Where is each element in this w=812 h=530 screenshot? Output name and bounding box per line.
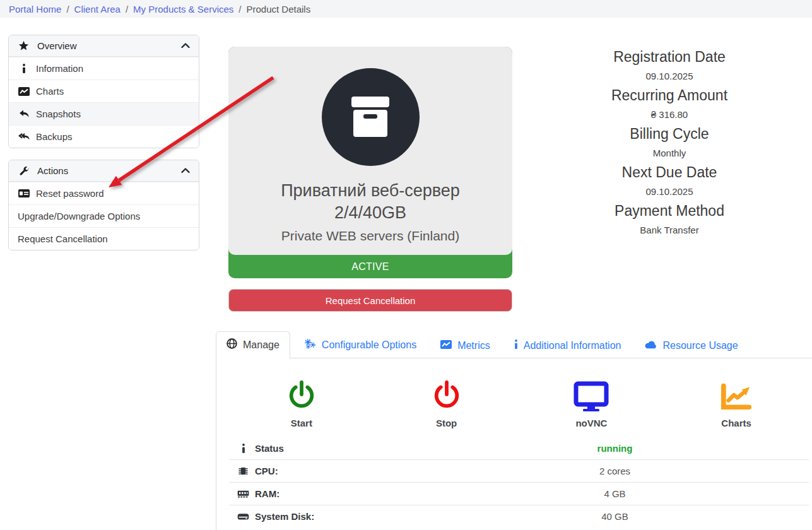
sidebar-item-label: Request Cancellation [18, 233, 108, 244]
actions-panel: Actions Reset password Upgrade/Downgrade… [8, 160, 199, 250]
detail-label: Billing Cycle [524, 124, 812, 144]
table-row-cpu: CPU: 2 cores [229, 459, 809, 482]
row-label: System Disk: [255, 511, 314, 522]
breadcrumb-link-portal-home[interactable]: Portal Home [9, 4, 61, 15]
disk-value: 40 GB [421, 511, 809, 522]
info-icon [18, 64, 30, 73]
sidebar-item-label: Charts [36, 86, 64, 97]
power-icon [287, 377, 316, 411]
cloud-icon [645, 340, 657, 351]
sidebar-item-upgrade-downgrade[interactable]: Upgrade/Downgrade Options [9, 204, 199, 227]
detail-value: ₴ 316.80 [524, 106, 812, 124]
vm-action-label: noVNC [575, 418, 607, 428]
tab-additional-information[interactable]: Additional Information [504, 333, 632, 358]
vm-status-table: Status running CPU: 2 cores RAM: 4 GB [229, 437, 809, 527]
sidebar-item-backups[interactable]: Backups [9, 125, 199, 148]
chart-line-icon [719, 377, 753, 411]
detail-label: Payment Method [524, 201, 812, 221]
table-row-ram: RAM: 4 GB [229, 482, 809, 505]
vm-action-charts[interactable]: Charts [664, 377, 809, 428]
detail-label: Next Due Date [524, 162, 812, 183]
table-row-system-disk: System Disk: 40 GB [229, 505, 809, 527]
power-icon [432, 377, 461, 411]
sidebar-item-information[interactable]: Information [9, 57, 199, 80]
sidebar: Overview Information Charts Snapshots [8, 35, 199, 262]
manage-tab-panel: Start Stop noVNC Charts [216, 358, 812, 530]
tab-resource-usage[interactable]: Resource Usage [635, 334, 748, 358]
vm-action-novnc[interactable]: noVNC [519, 377, 664, 428]
product-name-line1: Приватний веб-сервер [281, 180, 460, 202]
monitor-icon [574, 377, 609, 411]
sidebar-item-label: Upgrade/Downgrade Options [18, 211, 140, 221]
wrench-icon [18, 166, 30, 176]
breadcrumb-separator: / [66, 4, 69, 15]
vm-actions-row: Start Stop noVNC Charts [229, 377, 809, 428]
product-name-line2: 2/4/40GB [281, 202, 460, 224]
detail-label: Recurring Amount [524, 85, 812, 106]
memory-icon [237, 490, 249, 498]
product-avatar [322, 68, 420, 166]
vm-action-label: Charts [721, 418, 751, 428]
sidebar-item-label: Backups [36, 131, 73, 142]
tab-label: Additional Information [524, 340, 621, 351]
tab-label: Resource Usage [662, 340, 738, 351]
actions-panel-header[interactable]: Actions [9, 160, 199, 182]
breadcrumb: Portal Home / Client Area / My Products … [0, 0, 812, 18]
sidebar-item-label: Snapshots [36, 109, 81, 119]
id-card-icon [18, 189, 30, 197]
breadcrumb-separator: / [238, 4, 241, 15]
tab-manage[interactable]: Manage [216, 331, 290, 358]
vm-action-label: Start [291, 418, 312, 428]
chevron-up-icon[interactable] [181, 43, 190, 49]
overview-panel-header[interactable]: Overview [9, 35, 199, 57]
sidebar-item-request-cancellation[interactable]: Request Cancellation [9, 227, 199, 250]
chart-icon [18, 87, 30, 96]
table-row-status: Status running [229, 437, 809, 459]
tab-label: Metrics [457, 340, 490, 351]
overview-panel: Overview Information Charts Snapshots [8, 35, 199, 148]
chevron-up-icon[interactable] [181, 168, 190, 174]
tab-bar: Manage Configurable Options Metrics Addi… [216, 331, 812, 358]
row-label: Status [255, 443, 284, 454]
product-card: Приватний веб-сервер 2/4/40GB Private WE… [228, 47, 512, 278]
product-group: Private WEB servers (Finland) [281, 228, 459, 244]
info-icon [237, 444, 249, 453]
detail-label: Registration Date [524, 47, 812, 68]
archive-box-icon [345, 95, 396, 139]
sidebar-item-label: Information [36, 63, 83, 74]
sidebar-item-charts[interactable]: Charts [9, 80, 199, 102]
breadcrumb-link-client-area[interactable]: Client Area [74, 4, 121, 15]
detail-value: 09.10.2025 [524, 183, 812, 201]
status-banner: ACTIVE [228, 255, 512, 278]
breadcrumb-separator: / [126, 4, 128, 15]
row-label: RAM: [255, 488, 279, 499]
microchip-icon [237, 466, 249, 476]
breadcrumb-current: Product Details [246, 4, 310, 15]
actions-panel-title: Actions [37, 165, 68, 176]
row-label: CPU: [255, 466, 278, 476]
cpu-value: 2 cores [421, 466, 809, 476]
tab-metrics[interactable]: Metrics [430, 334, 500, 358]
product-card-body: Приватний веб-сервер 2/4/40GB Private WE… [228, 47, 512, 255]
ram-value: 4 GB [421, 488, 809, 499]
breadcrumb-link-my-products[interactable]: My Products & Services [133, 4, 233, 15]
request-cancellation-button[interactable]: Request Cancellation [228, 289, 512, 312]
sidebar-item-label: Reset password [36, 188, 104, 199]
vm-action-stop[interactable]: Stop [374, 377, 519, 428]
detail-value: 09.10.2025 [524, 68, 812, 85]
detail-value: Bank Transfer [524, 221, 812, 239]
status-value: running [421, 443, 809, 454]
sidebar-item-snapshots[interactable]: Snapshots [9, 102, 199, 125]
tab-label: Configurable Options [322, 339, 416, 351]
overview-panel-title: Overview [37, 40, 77, 51]
sidebar-item-reset-password[interactable]: Reset password [9, 182, 199, 204]
globe-icon [227, 338, 237, 351]
billing-details: Registration Date 09.10.2025 Recurring A… [524, 47, 812, 239]
hdd-icon [237, 512, 249, 521]
tab-configurable-options[interactable]: Configurable Options [294, 333, 427, 358]
chart-icon [440, 340, 452, 351]
vm-action-start[interactable]: Start [229, 377, 374, 428]
tab-label: Manage [243, 339, 279, 351]
reply-icon [18, 110, 30, 119]
cogs-icon [304, 339, 316, 351]
